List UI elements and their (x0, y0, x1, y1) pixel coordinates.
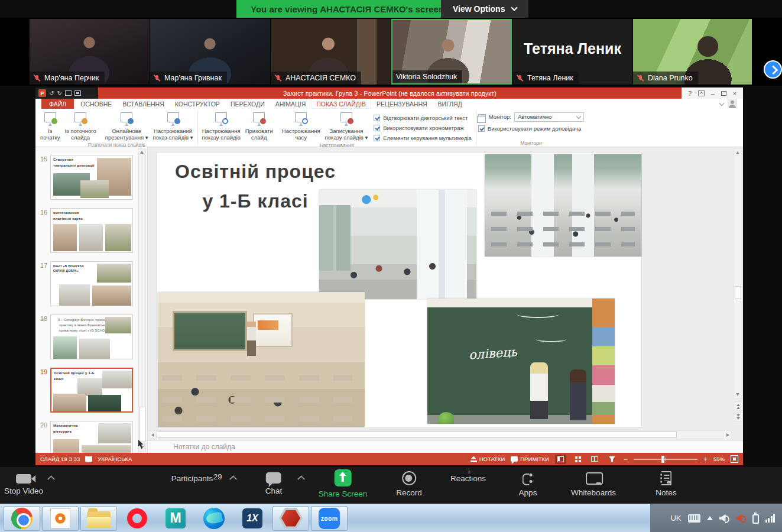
view-options-button[interactable]: View Options (441, 0, 528, 18)
media-controls-checkbox[interactable]: Елементи керування мультимедіа (374, 134, 472, 142)
reactions-button[interactable]: + Reactions (450, 471, 486, 483)
present-online-button[interactable]: Онлайнове презентування ▾ (103, 110, 151, 141)
hide-slide-button[interactable]: Приховати слайд (243, 110, 275, 141)
taskbar-hexagon-app-button[interactable] (272, 506, 309, 531)
record-button[interactable]: Record (396, 471, 422, 497)
taskbar-edge-button[interactable] (196, 506, 232, 531)
video-tile-camera-off[interactable]: Тетяна Леник Тетяна Леник (512, 19, 632, 85)
rehearse-timings-button[interactable]: Настроювання часу (280, 110, 323, 141)
ribbon-display-button[interactable] (698, 90, 705, 96)
from-current-slide-button[interactable]: Із поточного слайда (63, 110, 99, 141)
horizontal-scrollbar[interactable] (149, 430, 732, 439)
zoom-in-button[interactable]: + (703, 456, 708, 463)
tab-animations[interactable]: АНІМАЦІЯ (270, 99, 311, 109)
collapse-ribbon-icon[interactable] (719, 100, 724, 105)
show-hidden-icons-arrow[interactable] (707, 516, 713, 520)
taskbar-opera-button[interactable] (119, 506, 155, 531)
tab-review[interactable]: РЕЦЕНЗУВАННЯ (371, 99, 433, 109)
scroll-up-icon[interactable] (736, 151, 739, 154)
thumbnail-scrollbar[interactable] (138, 148, 146, 452)
notes-pane[interactable]: Нотатки до слайда (148, 440, 743, 453)
comments-toggle[interactable]: ПРИМІТКИ (511, 456, 549, 462)
video-tile[interactable]: Мар'яна Перчик (30, 19, 149, 85)
tab-slideshow-active[interactable]: ПОКАЗ СЛАЙДІВ (311, 99, 371, 109)
spellcheck-icon[interactable] (85, 456, 92, 462)
taskbar-chrome-button[interactable] (4, 506, 40, 531)
slide-canvas[interactable]: Освітній процес у 1-Б класі (157, 153, 641, 427)
scrollbar-thumb[interactable] (139, 407, 145, 442)
video-tile-active-speaker[interactable]: Viktoria Solodzhuk (391, 19, 512, 85)
tab-design[interactable]: КОНСТРУКТОР (170, 99, 225, 109)
taskbar-photos-button[interactable] (42, 506, 79, 531)
taskbar-mail-button[interactable]: M (157, 506, 194, 531)
reading-view-button[interactable] (589, 455, 601, 464)
zoom-slider-thumb[interactable] (661, 456, 664, 463)
battery-icon[interactable] (752, 514, 759, 524)
zoom-out-button[interactable]: − (624, 456, 628, 463)
restore-button[interactable] (721, 91, 726, 96)
notes-button[interactable]: Notes (656, 471, 676, 497)
scroll-left-icon[interactable] (151, 433, 154, 437)
vertical-scrollbar[interactable] (734, 148, 742, 399)
zoom-percentage[interactable]: 55% (713, 456, 725, 462)
whiteboards-button[interactable]: Whiteboards (571, 471, 616, 497)
record-slideshow-button[interactable]: Записування показу слайдів ▾ (323, 110, 371, 141)
from-beginning-button[interactable]: Із початку (38, 110, 63, 141)
language-indicator[interactable]: UK (670, 514, 681, 523)
close-button[interactable]: × (733, 90, 736, 97)
chat-caret[interactable] (297, 475, 305, 483)
redo-icon[interactable]: ↻ (57, 90, 61, 96)
taskbar-explorer-button[interactable] (80, 506, 117, 531)
scroll-up-icon[interactable] (140, 151, 144, 154)
scrollbar-thumb[interactable] (157, 432, 677, 438)
video-tile[interactable]: Diana Prunko (633, 19, 752, 85)
start-slideshow-icon[interactable] (65, 90, 72, 96)
slideshow-view-button[interactable] (606, 455, 618, 464)
slide-thumbnail-20[interactable]: Математична вікторина (50, 421, 133, 453)
slide-thumbnail-18[interactable]: Я – Солоджук Вікторія, проходила практик… (50, 314, 133, 359)
presenter-view-checkbox[interactable]: Використовувати режим доповідача (478, 124, 584, 132)
tab-home[interactable]: ОСНОВНЕ (75, 99, 117, 109)
video-options-caret[interactable] (47, 475, 55, 483)
custom-slideshow-button[interactable]: Настроюваний показ слайдів ▾ (151, 110, 196, 141)
slide-thumbnail-19-selected[interactable]: Освітній процес у 1-Б класі (50, 368, 133, 413)
taskbar-1x-button[interactable]: 1X (234, 506, 271, 531)
slide-thumbnail-16[interactable]: виготовлення платіжної карти (50, 208, 133, 253)
tab-file[interactable]: ФАЙЛ (41, 99, 74, 109)
use-timings-checkbox[interactable]: Використовувати хронометраж (374, 124, 472, 132)
network-signal-icon[interactable] (765, 514, 775, 523)
previous-slide-button[interactable] (734, 401, 742, 411)
keyboard-icon[interactable] (688, 514, 700, 523)
participants-caret[interactable] (229, 475, 237, 483)
speaker-icon[interactable] (719, 514, 729, 523)
share-screen-button[interactable]: Share Screen (319, 471, 368, 498)
scroll-right-icon[interactable] (726, 433, 729, 437)
slide-sorter-view-button[interactable] (572, 455, 583, 464)
tab-insert[interactable]: ВСТАВЛЕННЯ (117, 99, 170, 109)
scrollbar-thumb[interactable] (735, 286, 741, 299)
chat-button[interactable]: Chat (265, 471, 283, 495)
help-button[interactable]: ? (688, 90, 692, 97)
normal-view-button[interactable] (555, 455, 566, 464)
window-title[interactable]: Захист практики. Група 3 - PowerPoint (н… (98, 87, 682, 99)
undo-icon[interactable]: ↺ (49, 90, 54, 96)
next-slide-button[interactable] (734, 412, 742, 421)
tab-view[interactable]: ВИГЛЯД (433, 99, 468, 109)
language-indicator[interactable]: УКРАЇНСЬКА (98, 456, 132, 462)
participants-button[interactable]: 29 Participants (171, 471, 213, 483)
next-videos-arrow-button[interactable] (764, 60, 782, 79)
video-tile[interactable]: Мар'яна Гривнак (150, 19, 270, 85)
play-narrations-checkbox[interactable]: Відтворювати дикторський текст (374, 113, 472, 122)
taskbar-zoom-button[interactable]: zoom (311, 506, 348, 531)
speaker-muted-red-icon[interactable] (736, 514, 746, 523)
slide-thumbnail-17[interactable]: Квест «В ПОШУКАХ СКРИНІ ДОБРА» (50, 261, 133, 306)
fit-to-window-icon[interactable] (731, 455, 738, 463)
setup-slideshow-button[interactable]: Настроювання показу слайдів (200, 110, 243, 141)
account-icon[interactable] (728, 99, 737, 108)
video-tile[interactable]: АНАСТАСІЯ СЕМКО (271, 19, 391, 85)
apps-button[interactable]: Apps (519, 471, 537, 497)
monitor-select[interactable]: Автоматично (514, 112, 584, 122)
zoom-slider[interactable] (634, 459, 697, 460)
stop-video-button[interactable]: Stop Video (4, 471, 43, 495)
slide-thumbnail-15[interactable]: Створення театральної декорації (50, 155, 133, 200)
